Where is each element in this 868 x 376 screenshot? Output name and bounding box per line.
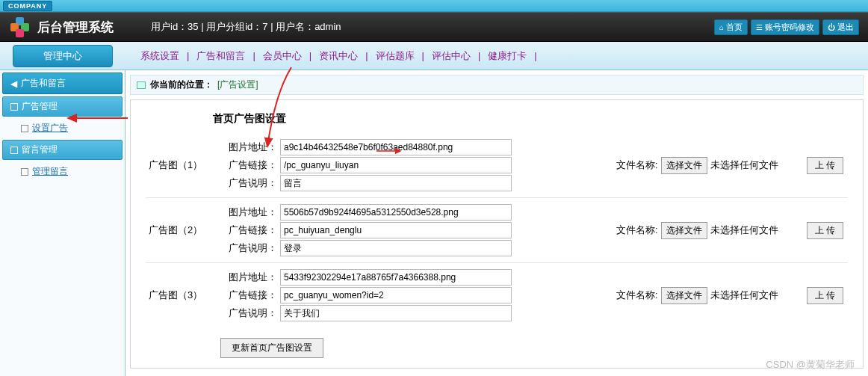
file-name-label: 文件名称: [616, 289, 658, 302]
home-icon: ⌂ [719, 23, 724, 31]
ad-row: 广告图（3）图片地址：广告链接：广告说明：文件名称:选择文件未选择任何文件上 传 [146, 263, 848, 327]
choose-file-button[interactable]: 选择文件 [661, 157, 707, 174]
ad-desc-input[interactable] [280, 305, 512, 321]
password-button[interactable]: ☰账号密码修改 [751, 19, 819, 35]
top-bar: COMPANY [0, 0, 868, 12]
sidebar-block-title[interactable]: ◀ 广告和留言 [2, 73, 123, 94]
nav-item[interactable]: 系统设置 [133, 49, 187, 63]
nav-item[interactable]: 评估中心 [424, 49, 478, 63]
sidebar-group-title[interactable]: 广告管理 [2, 96, 123, 117]
nav-left: 管理中心 [0, 42, 125, 70]
nav-left-pill[interactable]: 管理中心 [13, 45, 113, 67]
ad-row-label: 广告图（3） [146, 289, 220, 302]
ad-link-input[interactable] [280, 222, 512, 238]
submit-button[interactable]: 更新首页广告图设置 [220, 338, 323, 358]
upload-button[interactable]: 上 传 [807, 287, 843, 304]
power-icon: ⏻ [828, 23, 835, 31]
page-title: 首页广告图设置 [213, 112, 848, 126]
app-title: 后台管理系统 [37, 19, 114, 36]
ad-link-input[interactable] [280, 157, 512, 173]
choose-file-button[interactable]: 选择文件 [661, 287, 707, 304]
ad-row: 广告图（2）图片地址：广告链接：广告说明：文件名称:选择文件未选择任何文件上 传 [146, 198, 848, 263]
ad-desc-input[interactable] [280, 175, 512, 191]
breadcrumb-icon [137, 81, 146, 89]
square-icon [21, 168, 28, 176]
no-file-text: 未选择任何文件 [710, 224, 778, 237]
ad-row-label: 广告图（2） [146, 224, 220, 237]
img-url-input[interactable] [280, 269, 512, 286]
nav-row: 管理中心 系统设置 | 广告和留言 | 会员中心 | 资讯中心 | 评估题库 |… [0, 42, 868, 70]
no-file-text: 未选择任何文件 [710, 158, 778, 172]
company-tag: COMPANY [3, 1, 52, 11]
logout-button[interactable]: ⏻退出 [822, 19, 859, 35]
ad-row: 广告图（1）图片地址：广告链接：广告说明：文件名称:选择文件未选择任何文件上 传 [146, 133, 848, 198]
home-button[interactable]: ⌂首页 [714, 19, 748, 35]
square-icon [21, 125, 28, 132]
nav-item[interactable]: 健康打卡 [480, 49, 534, 63]
sidebar-item[interactable]: 设置广告 [3, 118, 122, 138]
nav-item[interactable]: 广告和留言 [189, 49, 252, 63]
header: 后台管理系统 用户id：35 | 用户分组id：7 | 用户名：admin ⌂首… [0, 12, 868, 42]
nav-item[interactable]: 会员中心 [255, 49, 309, 63]
breadcrumb-current: [广告设置] [217, 78, 258, 91]
ad-desc-input[interactable] [280, 240, 512, 256]
img-url-input[interactable] [280, 204, 512, 221]
file-name-label: 文件名称: [616, 158, 658, 172]
nav-item[interactable]: 评估题库 [368, 49, 422, 63]
chevron-left-icon: ◀ [10, 78, 17, 89]
square-icon [10, 103, 18, 111]
nav-links: 系统设置 | 广告和留言 | 会员中心 | 资讯中心 | 评估题库 | 评估中心… [125, 42, 868, 70]
main: 你当前的位置： [广告设置] 首页广告图设置 广告图（1）图片地址：广告链接：广… [125, 70, 868, 376]
sidebar-item[interactable]: 管理留言 [3, 161, 122, 182]
img-url-input[interactable] [280, 139, 512, 155]
header-actions: ⌂首页 ☰账号密码修改 ⏻退出 [714, 19, 859, 35]
breadcrumb: 你当前的位置： [广告设置] [130, 75, 864, 95]
ad-link-input[interactable] [280, 287, 512, 303]
upload-button[interactable]: 上 传 [807, 222, 843, 239]
square-icon [10, 147, 18, 154]
no-file-text: 未选择任何文件 [710, 289, 778, 302]
content-panel: 首页广告图设置 广告图（1）图片地址：广告链接：广告说明：文件名称:选择文件未选… [130, 99, 864, 369]
user-info: 用户id：35 | 用户分组id：7 | 用户名：admin [151, 20, 341, 34]
file-name-label: 文件名称: [616, 224, 658, 237]
upload-button[interactable]: 上 传 [807, 157, 843, 174]
logo-icon [10, 17, 30, 37]
watermark: CSDN @黄菊华老师 [766, 358, 855, 372]
sidebar-group-title[interactable]: 留言管理 [2, 140, 123, 160]
list-icon: ☰ [756, 23, 763, 31]
choose-file-button[interactable]: 选择文件 [661, 222, 707, 239]
sidebar: ◀ 广告和留言 广告管理设置广告留言管理管理留言 [0, 70, 125, 376]
ad-row-label: 广告图（1） [146, 158, 220, 172]
nav-item[interactable]: 资讯中心 [311, 49, 365, 63]
